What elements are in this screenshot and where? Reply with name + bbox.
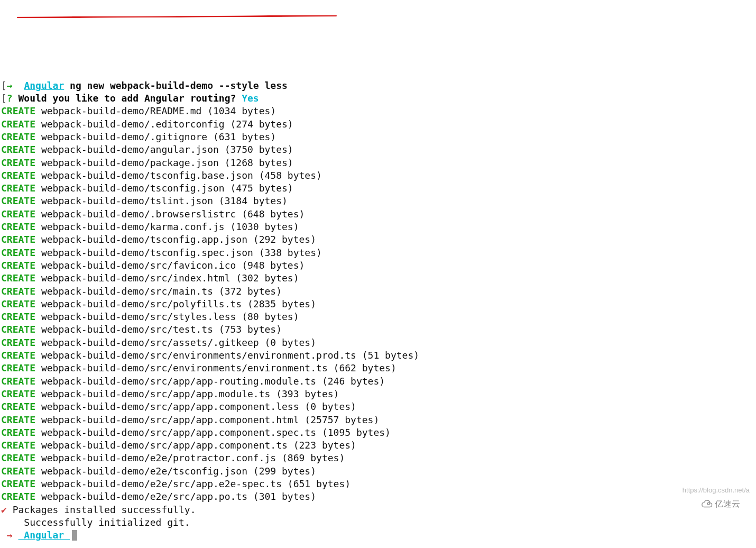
create-label: CREATE	[1, 337, 35, 348]
create-label: CREATE	[1, 105, 35, 116]
create-label: CREATE	[1, 182, 35, 194]
file-path: webpack-build-demo/src/app/app-routing.m…	[41, 376, 385, 387]
status-text: Packages installed successfully.	[7, 504, 196, 515]
create-label: CREATE	[1, 234, 35, 245]
create-line: CREATE webpack-build-demo/tsconfig.app.j…	[1, 233, 755, 246]
create-line: CREATE webpack-build-demo/src/index.html…	[1, 272, 755, 285]
packages-status-line: ✔ Packages installed successfully.	[1, 504, 755, 516]
create-label: CREATE	[1, 440, 35, 451]
create-line: CREATE webpack-build-demo/src/app/app.co…	[1, 414, 755, 426]
create-label: CREATE	[1, 272, 35, 284]
command-text: ng new webpack-build-demo --style less	[64, 80, 288, 91]
create-line: CREATE webpack-build-demo/src/environmen…	[1, 349, 755, 362]
file-path: webpack-build-demo/src/environments/envi…	[41, 362, 397, 373]
create-label: CREATE	[1, 401, 35, 412]
question-text: Would you like to add Angular routing?	[13, 93, 236, 104]
create-label: CREATE	[1, 465, 35, 477]
create-label: CREATE	[1, 131, 35, 142]
create-line: CREATE webpack-build-demo/.browserslistr…	[1, 208, 755, 221]
prompt-path: Angular	[19, 529, 70, 541]
status-text: Successfully initialized git.	[1, 517, 190, 528]
cursor-icon[interactable]	[72, 530, 77, 541]
create-line: CREATE webpack-build-demo/e2e/tsconfig.j…	[1, 465, 755, 478]
create-label: CREATE	[1, 311, 35, 322]
create-line: CREATE webpack-build-demo/angular.json (…	[1, 143, 755, 156]
create-line: CREATE webpack-build-demo/src/app/app.mo…	[1, 388, 755, 400]
create-label: CREATE	[1, 427, 35, 438]
bracket-icon: [	[1, 93, 7, 104]
annotation-underline	[17, 15, 337, 18]
create-label: CREATE	[1, 478, 35, 489]
terminal-output[interactable]: [→ Angular ng new webpack-build-demo --s…	[1, 79, 755, 542]
file-path: webpack-build-demo/src/app/app.component…	[41, 427, 391, 438]
answer-value: Yes	[236, 93, 259, 104]
create-label: CREATE	[1, 350, 35, 361]
prompt-line[interactable]: → Angular	[1, 529, 755, 542]
create-line: CREATE webpack-build-demo/src/main.ts (3…	[1, 285, 755, 298]
create-line: CREATE webpack-build-demo/e2e/protractor…	[1, 452, 755, 464]
create-label: CREATE	[1, 260, 35, 271]
create-line: CREATE webpack-build-demo/tsconfig.json …	[1, 182, 755, 195]
check-icon: ✔	[1, 504, 7, 515]
create-line: CREATE webpack-build-demo/README.md (103…	[1, 105, 755, 117]
file-path: webpack-build-demo/angular.json (3750 by…	[41, 144, 293, 155]
file-path: webpack-build-demo/src/app/app.module.ts…	[41, 388, 339, 399]
file-path: webpack-build-demo/package.json (1268 by…	[41, 157, 293, 168]
file-path: webpack-build-demo/e2e/src/app.po.ts (30…	[41, 491, 316, 502]
create-label: CREATE	[1, 221, 35, 232]
create-label: CREATE	[1, 208, 35, 220]
watermark-url: https://blog.csdn.net/a	[683, 486, 750, 495]
question-mark-icon: ?	[7, 93, 13, 104]
prompt-arrow-icon: →	[1, 529, 19, 541]
file-path: webpack-build-demo/src/app/app.component…	[41, 440, 356, 451]
watermark-logo: 亿速云	[701, 498, 740, 510]
file-path: webpack-build-demo/e2e/tsconfig.json (29…	[41, 465, 316, 477]
create-label: CREATE	[1, 144, 35, 155]
command-line: [→ Angular ng new webpack-build-demo --s…	[1, 79, 755, 92]
bracket-icon: [	[1, 80, 7, 91]
create-line: CREATE webpack-build-demo/karma.conf.js …	[1, 221, 755, 233]
svg-point-0	[707, 503, 709, 505]
create-label: CREATE	[1, 414, 35, 425]
git-status-line: Successfully initialized git.	[1, 516, 755, 529]
create-line: CREATE webpack-build-demo/tslint.json (3…	[1, 195, 755, 207]
create-line: CREATE webpack-build-demo/tsconfig.spec.…	[1, 246, 755, 259]
prompt-arrow-icon: →	[7, 80, 13, 91]
create-label: CREATE	[1, 452, 35, 463]
create-label: CREATE	[1, 388, 35, 399]
file-path: webpack-build-demo/src/main.ts (372 byte…	[41, 286, 282, 297]
file-path: webpack-build-demo/.browserslistrc (648 …	[41, 208, 305, 220]
create-label: CREATE	[1, 491, 35, 502]
create-line: CREATE webpack-build-demo/.gitignore (63…	[1, 131, 755, 143]
file-path: webpack-build-demo/tsconfig.app.json (29…	[41, 234, 316, 245]
file-path: webpack-build-demo/src/assets/.gitkeep (…	[41, 337, 316, 348]
cloud-icon	[701, 498, 713, 510]
file-path: webpack-build-demo/src/favicon.ico (948 …	[41, 260, 305, 271]
create-label: CREATE	[1, 247, 35, 258]
create-line: CREATE webpack-build-demo/src/environmen…	[1, 362, 755, 375]
file-path: webpack-build-demo/.gitignore (631 bytes…	[41, 131, 276, 142]
create-label: CREATE	[1, 362, 35, 373]
create-line: CREATE webpack-build-demo/src/assets/.gi…	[1, 336, 755, 349]
file-path: webpack-build-demo/src/test.ts (753 byte…	[41, 324, 282, 335]
create-line: CREATE webpack-build-demo/src/app/app.co…	[1, 439, 755, 452]
file-path: webpack-build-demo/tsconfig.base.json (4…	[41, 170, 322, 181]
create-line: CREATE webpack-build-demo/src/app/app.co…	[1, 426, 755, 439]
file-path: webpack-build-demo/tslint.json (3184 byt…	[41, 195, 288, 206]
create-line: CREATE webpack-build-demo/src/favicon.ic…	[1, 259, 755, 272]
create-line: CREATE webpack-build-demo/e2e/src/app.po…	[1, 490, 755, 503]
create-line: CREATE webpack-build-demo/.editorconfig …	[1, 118, 755, 131]
create-label: CREATE	[1, 324, 35, 335]
file-path: webpack-build-demo/src/app/app.component…	[41, 401, 356, 412]
file-path: webpack-build-demo/e2e/protractor.conf.j…	[41, 452, 345, 463]
create-label: CREATE	[1, 286, 35, 297]
create-label: CREATE	[1, 170, 35, 181]
file-path: webpack-build-demo/tsconfig.spec.json (3…	[41, 247, 322, 258]
prompt-path: Angular	[24, 80, 64, 91]
create-label: CREATE	[1, 298, 35, 309]
create-line: CREATE webpack-build-demo/src/app/app.co…	[1, 400, 755, 413]
file-path: webpack-build-demo/README.md (1034 bytes…	[41, 105, 276, 116]
create-label: CREATE	[1, 376, 35, 387]
file-path: webpack-build-demo/karma.conf.js (1030 b…	[41, 221, 299, 232]
file-path: webpack-build-demo/tsconfig.json (475 by…	[41, 182, 293, 194]
